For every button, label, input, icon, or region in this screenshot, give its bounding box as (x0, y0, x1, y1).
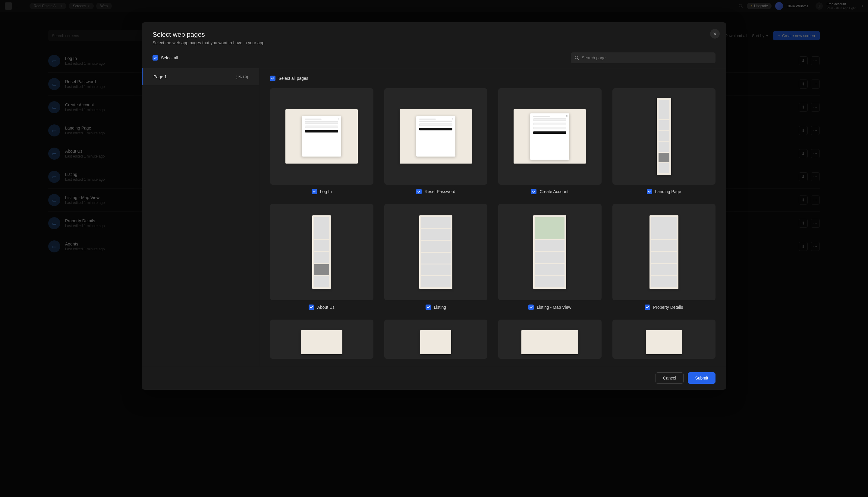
thumb-bg (646, 330, 682, 354)
thumb-bg (657, 98, 671, 175)
page-sidebar: Page 1 (19/19) (142, 68, 259, 366)
page-card-partial (270, 320, 374, 359)
close-icon: × (452, 117, 453, 120)
modal-subtitle: Select the web app pages that you want t… (153, 40, 715, 45)
sidebar-item-page1[interactable]: Page 1 (19/19) (142, 68, 259, 85)
page-card-checkbox[interactable]: Listing - Map View (528, 304, 571, 310)
page-card-checkbox[interactable]: Log In (312, 189, 332, 194)
page-card-reset-password: × Reset Password (384, 88, 488, 194)
page-card-listing: Listing (384, 204, 488, 310)
page-card-checkbox[interactable]: About Us (309, 304, 335, 310)
page-card-checkbox[interactable]: Landing Page (647, 189, 681, 194)
sidebar-page-count: (19/19) (236, 75, 248, 79)
page-name: Landing Page (655, 189, 681, 194)
sidebar-page-label: Page 1 (153, 74, 167, 79)
page-name: Listing (434, 305, 446, 310)
checkbox-icon (309, 304, 314, 310)
close-button[interactable] (710, 29, 720, 39)
page-thumb[interactable] (384, 204, 488, 300)
checkbox-icon (425, 304, 431, 310)
thumb-dialog: × (416, 116, 456, 157)
page-card-partial (613, 320, 716, 359)
select-all-label: Select all (161, 55, 178, 60)
checkbox-icon (645, 304, 650, 310)
search-icon (574, 55, 579, 60)
page-name: Create Account (540, 189, 569, 194)
thumb-bg (533, 215, 566, 288)
page-thumb[interactable] (613, 88, 716, 185)
page-card-partial (498, 320, 602, 359)
page-card-about-us: About Us (270, 204, 374, 310)
svg-line-3 (577, 58, 579, 60)
page-thumb[interactable] (613, 204, 716, 300)
checkbox-icon (531, 189, 536, 194)
select-pages-modal: Select web pages Select the web app page… (142, 22, 726, 390)
thumb-content (312, 215, 331, 288)
page-card-listing-map: Listing - Map View (498, 204, 602, 310)
thumb-bg (521, 330, 578, 354)
page-card-checkbox[interactable]: Reset Password (416, 189, 456, 194)
select-all-checkbox[interactable]: Select all (153, 55, 178, 60)
page-name: Reset Password (425, 189, 456, 194)
checkbox-icon (647, 189, 652, 194)
select-all-pages-checkbox[interactable]: Select all pages (270, 75, 715, 81)
thumb-bg (301, 330, 342, 354)
page-name: Property Details (653, 305, 683, 310)
page-thumb[interactable]: × (270, 88, 374, 185)
modal-controls: Select all (142, 53, 726, 68)
thumb-content (533, 215, 566, 288)
thumb-bg (420, 330, 451, 354)
modal-body: Page 1 (19/19) Select all pages × (142, 68, 726, 366)
page-thumb[interactable] (270, 320, 374, 359)
thumb-bg (649, 215, 678, 288)
thumb-bg (419, 215, 452, 288)
close-icon: × (338, 117, 339, 120)
page-card-property-details: Property Details (613, 204, 716, 310)
page-card-checkbox[interactable]: Property Details (645, 304, 683, 310)
modal-search[interactable] (571, 53, 715, 63)
select-all-pages-label: Select all pages (279, 76, 308, 81)
page-thumb[interactable]: × (498, 88, 602, 185)
page-thumb[interactable] (498, 320, 602, 359)
close-icon: × (566, 114, 568, 117)
page-card-create-account: × Create Account (498, 88, 602, 194)
checkbox-icon (270, 75, 276, 81)
thumb-content (657, 98, 671, 175)
page-thumb[interactable] (613, 320, 716, 359)
page-card-partial (384, 320, 488, 359)
modal-title: Select web pages (153, 31, 715, 39)
modal-header: Select web pages Select the web app page… (142, 22, 726, 53)
page-thumb[interactable] (498, 204, 602, 300)
modal-footer: Cancel Submit (142, 366, 726, 390)
page-name: About Us (317, 305, 335, 310)
thumb-bg (312, 215, 331, 288)
page-card-checkbox[interactable]: Listing (425, 304, 446, 310)
page-thumb[interactable] (384, 320, 488, 359)
page-thumb[interactable] (270, 204, 374, 300)
checkbox-icon (312, 189, 317, 194)
page-card-landing-page: Landing Page (613, 88, 716, 194)
thumb-content (419, 215, 452, 288)
page-name: Log In (320, 189, 332, 194)
thumb-dialog: × (302, 116, 341, 157)
pages-panel[interactable]: Select all pages × (259, 68, 726, 366)
page-thumb[interactable]: × (384, 88, 488, 185)
pages-grid: × Log In (270, 88, 715, 359)
checkbox-icon (416, 189, 422, 194)
thumb-content (649, 215, 678, 288)
cancel-button[interactable]: Cancel (656, 372, 684, 384)
page-card-log-in: × Log In (270, 88, 374, 194)
close-icon (713, 32, 717, 36)
modal-overlay: Select web pages Select the web app page… (0, 0, 868, 497)
page-name: Listing - Map View (537, 305, 571, 310)
thumb-dialog: × (530, 113, 569, 160)
submit-button[interactable]: Submit (688, 372, 715, 384)
checkbox-icon (528, 304, 534, 310)
page-card-checkbox[interactable]: Create Account (531, 189, 569, 194)
svg-point-2 (575, 56, 578, 59)
search-page-input[interactable] (582, 55, 712, 60)
checkbox-icon (153, 55, 158, 60)
